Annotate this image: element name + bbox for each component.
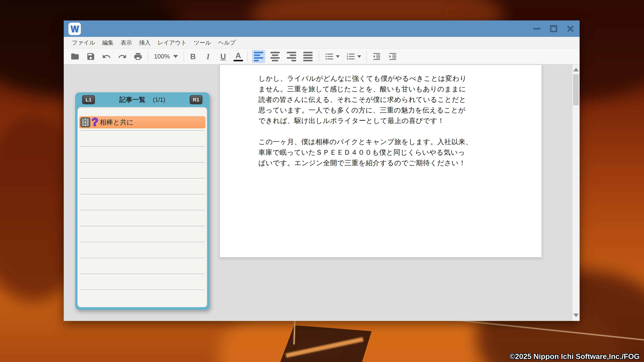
close-icon [567, 25, 574, 32]
triangle-up-icon [574, 68, 579, 71]
chevron-down-icon[interactable] [173, 55, 178, 58]
align-left-button[interactable] [252, 50, 265, 63]
article-list: ? 相棒と共に [78, 107, 207, 307]
doc-line: ません。三重を旅して感じたことを、酸いも甘いもありのままに [258, 84, 516, 94]
print-button[interactable] [132, 51, 144, 62]
outdent-icon [372, 52, 381, 61]
menu-file[interactable]: ファイル [72, 39, 95, 46]
window-controls [533, 20, 574, 37]
undo-icon [102, 52, 111, 61]
list-row-empty [80, 178, 205, 194]
doc-line: 車庫で眠っていたＳＰＥＥＤ４００も僕と同じくらいやる気いっ [258, 147, 516, 158]
italic-button[interactable]: I [204, 51, 213, 62]
redo-button[interactable] [117, 51, 128, 62]
app-icon-letter: W [70, 23, 79, 35]
toolbar-separator [184, 51, 184, 62]
numbered-list-button[interactable] [345, 52, 362, 61]
align-center-button[interactable] [268, 50, 282, 63]
menu-tools[interactable]: ツール [194, 39, 211, 46]
maximize-button[interactable] [550, 24, 558, 33]
redo-icon [118, 52, 127, 61]
scrollbar-thumb[interactable] [573, 74, 579, 105]
question-icon: ? [92, 116, 98, 128]
outdent-button[interactable] [371, 51, 382, 62]
folder-open-icon [70, 52, 80, 61]
r1-bumper-button[interactable]: R1 [190, 95, 202, 104]
game-background: W W ファイル 編集 表示 挿入 レイアウト ツール ヘルプ [0, 0, 644, 362]
doc-line: しかし、ライバルがどんなに強くても僕がやるべきことは変わり [258, 73, 516, 84]
panel-title: 記事一覧 [119, 95, 146, 104]
panel-header-center: 記事一覧 (1/1) [95, 95, 190, 104]
list-item-selected[interactable]: ? 相棒と共に [80, 115, 205, 131]
panel-header: L1 記事一覧 (1/1) R1 [75, 92, 210, 107]
menu-edit[interactable]: 編集 [102, 39, 114, 46]
menu-layout[interactable]: レイアウト [158, 39, 187, 46]
app-icon: W W [68, 23, 81, 35]
menu-bar: ファイル 編集 表示 挿入 レイアウト ツール ヘルプ [64, 37, 580, 49]
save-button[interactable] [85, 51, 96, 62]
list-item-label: 相棒と共に [100, 118, 134, 127]
doc-line: ぱいです。エンジン全開で三重を紹介するのでご期待ください！ [258, 158, 516, 168]
font-color-button[interactable]: A [234, 52, 243, 61]
align-right-button[interactable] [285, 50, 298, 63]
document-page[interactable]: しかし、ライバルがどんなに強くても僕がやるべきことは変わり ません。三重を旅して… [220, 65, 542, 257]
toolbar-separator [319, 51, 319, 62]
align-center-icon [270, 52, 280, 61]
list-row-empty [80, 274, 205, 290]
justify-icon [303, 52, 312, 61]
scroll-up-button[interactable] [572, 65, 580, 74]
minimize-button[interactable] [533, 24, 541, 33]
justify-button[interactable] [301, 50, 314, 63]
copyright-text: ©2025 Nippon Ichi Software,Inc./FOG [510, 352, 640, 361]
list-row-empty [80, 147, 205, 163]
title-bar[interactable]: W W [64, 20, 580, 37]
underline-button[interactable]: U [218, 51, 228, 62]
vertical-scrollbar[interactable] [572, 65, 580, 321]
page-indicator: (1/1) [153, 96, 165, 103]
list-row-empty [80, 194, 205, 210]
chevron-down-icon[interactable] [358, 55, 361, 58]
open-button[interactable] [70, 51, 80, 62]
bullet-list-button[interactable] [324, 52, 340, 61]
undo-button[interactable] [101, 51, 112, 62]
list-row-empty [80, 131, 205, 147]
bullet-list-icon [324, 52, 334, 61]
toolbar: 100% B I U A [64, 49, 580, 65]
align-right-icon [287, 52, 296, 61]
list-row-empty [80, 290, 205, 306]
doc-line: 思っています。一人でも多くの方に、三重の魅力を伝えることが [258, 105, 516, 115]
save-icon [86, 52, 95, 61]
road-icon [80, 117, 90, 127]
menu-view[interactable]: 表示 [120, 39, 132, 46]
l1-bumper-button[interactable]: L1 [82, 95, 95, 104]
minimize-icon [533, 28, 540, 29]
zoom-control[interactable]: 100% [152, 53, 179, 60]
bold-button[interactable]: B [188, 51, 198, 62]
list-row-empty [80, 258, 205, 274]
list-row-empty [80, 226, 205, 242]
indent-icon [388, 52, 397, 61]
doc-line: 読者の皆さんに伝える、それこそが僕に求められていることだと [258, 94, 516, 105]
indent-button[interactable] [387, 51, 398, 62]
list-row-empty [80, 242, 205, 258]
menu-insert[interactable]: 挿入 [139, 39, 150, 46]
align-left-icon [254, 52, 263, 61]
zoom-value: 100% [154, 53, 170, 60]
toolbar-separator [247, 51, 248, 62]
article-list-panel: L1 記事一覧 (1/1) R1 ? 相棒と共に [75, 92, 210, 310]
menu-help[interactable]: ヘルプ [218, 39, 236, 46]
close-button[interactable] [566, 24, 574, 33]
paragraph: この一ヶ月、僕は相棒のバイクとキャンプ旅をします。入社以来、 車庫で眠っていたＳ… [258, 137, 516, 168]
document-text: しかし、ライバルがどんなに強くても僕がやるべきことは変わり ません。三重を旅して… [258, 73, 516, 168]
selected-item-highlight: ? 相棒と共に [79, 116, 206, 128]
chevron-down-icon[interactable] [336, 55, 340, 58]
paragraph: しかし、ライバルがどんなに強くても僕がやるべきことは変わり ません。三重を旅して… [258, 73, 516, 126]
list-row-empty [80, 210, 205, 226]
scroll-down-button[interactable] [572, 311, 580, 320]
triangle-down-icon [574, 314, 579, 317]
list-row-empty [80, 163, 205, 178]
toolbar-separator [366, 51, 367, 62]
numbered-list-icon [346, 52, 356, 61]
toolbar-separator [148, 51, 148, 62]
maximize-icon [550, 25, 557, 32]
